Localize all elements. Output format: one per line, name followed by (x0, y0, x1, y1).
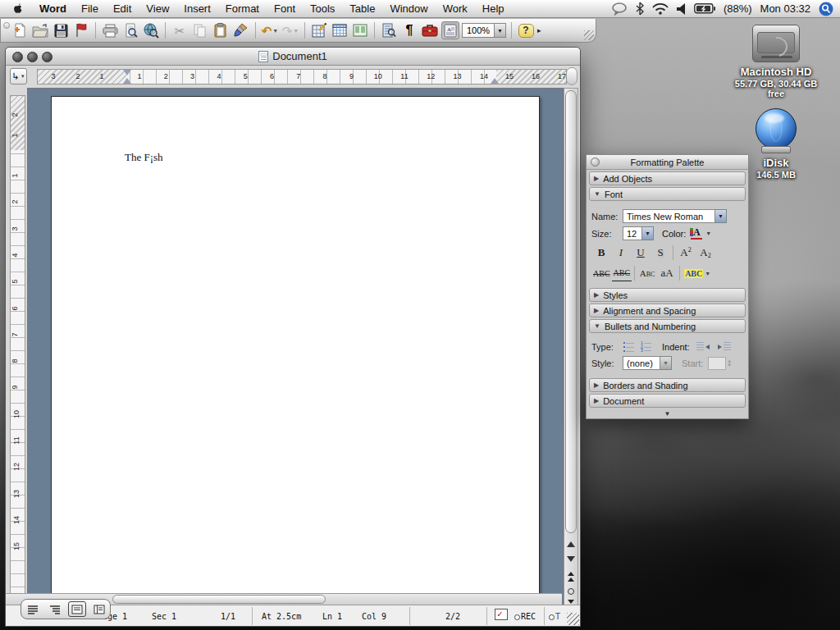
highlight-dropdown[interactable]: ▼ (705, 271, 710, 276)
help-button[interactable]: ? (517, 21, 535, 39)
bluetooth-icon[interactable] (636, 2, 644, 15)
section-font[interactable]: ▼Font (589, 187, 746, 201)
highlight-button[interactable]: ABC (682, 265, 705, 281)
menu-word[interactable]: Word (32, 2, 74, 15)
zoom-window-button[interactable] (42, 52, 52, 62)
vertical-ruler[interactable]: 21123456789101112131415 (10, 95, 25, 601)
undo-dropdown-arrow[interactable]: ▼ (272, 28, 278, 34)
new-document-icon[interactable] (11, 21, 29, 39)
italic-button[interactable]: I (611, 244, 631, 261)
window-title-bar[interactable]: Document1 (6, 48, 580, 66)
trk-indicator-partial[interactable]: T (549, 612, 560, 621)
menu-file[interactable]: File (74, 2, 106, 15)
strikethrough-button[interactable]: ABC (591, 265, 612, 281)
toolbar-resize-grip[interactable] (584, 30, 594, 40)
first-line-indent-marker[interactable] (123, 70, 131, 75)
decrease-indent-button[interactable] (696, 341, 710, 353)
paste-icon[interactable] (212, 21, 230, 39)
undo-button[interactable]: ↶▼ (261, 21, 279, 39)
font-name-combo[interactable]: Times New Roman▼ (623, 209, 727, 223)
font-color-button[interactable]: A (690, 227, 703, 240)
menu-tools[interactable]: Tools (303, 2, 342, 15)
underline-button[interactable]: U (631, 244, 651, 261)
horizontal-scrollbar-thumb[interactable] (112, 595, 326, 604)
minimize-window-button[interactable] (27, 52, 38, 62)
spelling-status-icon[interactable] (495, 609, 508, 620)
bullet-list-button[interactable] (623, 341, 635, 353)
menu-work[interactable]: Work (436, 2, 475, 15)
apple-menu-icon[interactable] (11, 2, 24, 15)
menu-clock[interactable]: Mon 03:32 (760, 2, 810, 15)
scroll-down-button[interactable] (564, 551, 578, 566)
vertical-scrollbar-thumb[interactable] (565, 90, 577, 533)
window-resize-grip[interactable] (567, 613, 579, 625)
previous-page-button[interactable] (564, 569, 578, 584)
document-page[interactable]: The F¡sh (51, 96, 540, 601)
insert-table-icon[interactable] (331, 21, 349, 39)
columns-icon[interactable] (351, 21, 369, 39)
volume-icon[interactable] (677, 3, 686, 15)
vertical-scrollbar[interactable] (564, 88, 578, 606)
open-icon[interactable] (31, 21, 49, 39)
page-layout-view-button[interactable] (68, 601, 86, 617)
rec-indicator[interactable]: REC (514, 612, 536, 621)
redo-dropdown-arrow[interactable]: ▼ (293, 28, 299, 34)
spotlight-icon[interactable] (819, 2, 833, 16)
desktop-icon-idisk[interactable]: iDisk 146.5 MB (738, 108, 814, 180)
list-style-combo[interactable]: (none)▼ (623, 356, 672, 370)
toolbar-grabber[interactable] (3, 22, 10, 29)
section-alignment-and-spacing[interactable]: ▶Alignment and Spacing (589, 304, 746, 317)
section-add-objects[interactable]: ▶Add Objects (589, 171, 746, 185)
palette-title-bar[interactable]: Formatting Palette (587, 155, 748, 170)
cut-icon[interactable]: ✂ (171, 21, 189, 39)
numbered-list-button[interactable]: 1 2 3 (640, 341, 652, 353)
change-case-button[interactable]: aA (657, 265, 677, 281)
double-strikethrough-button[interactable]: ABC (612, 265, 632, 281)
navigation-pane-icon[interactable] (380, 21, 398, 39)
print-icon[interactable] (101, 21, 119, 39)
menu-view[interactable]: View (139, 2, 176, 15)
superscript-button[interactable]: A2 (676, 244, 696, 261)
online-layout-view-button[interactable] (90, 601, 108, 617)
wifi-icon[interactable] (652, 3, 669, 15)
menu-format[interactable]: Format (218, 2, 267, 15)
palette-close-button[interactable] (591, 158, 600, 167)
zoom-value[interactable]: 100% (462, 23, 495, 38)
copy-icon[interactable] (191, 21, 209, 39)
shadow-button[interactable]: S (651, 244, 670, 261)
outline-view-button[interactable] (46, 601, 64, 617)
redo-button[interactable]: ↷▼ (281, 21, 299, 39)
subscript-button[interactable]: A2 (696, 244, 715, 261)
section-styles[interactable]: ▶Styles (589, 288, 746, 302)
more-toolbar-arrow[interactable]: ▸ (537, 26, 541, 34)
menu-font[interactable]: Font (267, 2, 303, 15)
bold-button[interactable]: B (591, 244, 611, 261)
tab-stop-selector[interactable]: ↳▼ (10, 68, 27, 84)
right-indent-marker[interactable] (491, 78, 499, 84)
zoom-dropdown-button[interactable]: ▼ (495, 23, 506, 38)
show-paragraph-marks-icon[interactable]: ¶ (400, 21, 418, 39)
normal-view-button[interactable] (24, 601, 42, 617)
formatting-palette-icon[interactable]: A (441, 21, 459, 39)
ichat-status-icon[interactable] (612, 2, 628, 15)
small-caps-button[interactable]: Abc (637, 265, 657, 281)
menu-insert[interactable]: Insert (176, 2, 218, 15)
menu-table[interactable]: Table (342, 2, 382, 15)
palette-collapse-arrow[interactable]: ▼ (587, 409, 748, 418)
font-color-dropdown[interactable]: ▼ (705, 231, 711, 236)
battery-icon[interactable] (694, 3, 715, 14)
increase-indent-button[interactable] (718, 341, 731, 353)
menu-help[interactable]: Help (475, 2, 512, 15)
section-borders-and-shading[interactable]: ▶Borders and Shading (589, 378, 746, 392)
desktop-icon-macintosh-hd[interactable]: Macintosh HD 55.77 GB, 30.44 GB free (730, 25, 822, 98)
scroll-up-button[interactable] (564, 536, 578, 551)
section-document[interactable]: ▶Document (589, 394, 746, 408)
format-painter-icon[interactable] (232, 21, 250, 39)
horizontal-ruler[interactable]: 3211234567891011121314151617 (37, 69, 567, 84)
left-indent-marker[interactable] (123, 78, 131, 84)
web-preview-icon[interactable] (142, 21, 160, 39)
print-preview-icon[interactable] (121, 21, 139, 39)
menu-window[interactable]: Window (382, 2, 435, 15)
flag-icon[interactable] (72, 21, 90, 39)
menu-edit[interactable]: Edit (106, 2, 139, 15)
